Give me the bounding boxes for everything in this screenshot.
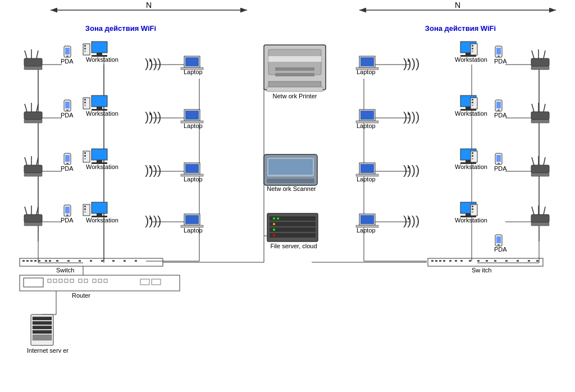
right-laptop-4-label: Laptop bbox=[357, 227, 376, 234]
svg-rect-151 bbox=[24, 58, 42, 66]
svg-rect-177 bbox=[267, 87, 323, 92]
right-pda-3-label: PDA bbox=[494, 165, 507, 172]
svg-rect-50 bbox=[140, 279, 149, 285]
svg-rect-26 bbox=[34, 260, 36, 262]
svg-line-157 bbox=[25, 104, 27, 112]
svg-rect-185 bbox=[270, 227, 316, 232]
svg-rect-203 bbox=[472, 99, 473, 101]
svg-rect-160 bbox=[24, 120, 42, 123]
svg-rect-75 bbox=[428, 258, 543, 266]
svg-line-167 bbox=[25, 207, 27, 215]
left-workstation-3-label: Workstation bbox=[86, 163, 118, 170]
svg-rect-28 bbox=[45, 260, 47, 262]
svg-rect-180 bbox=[268, 159, 313, 175]
right-laptop-1-label: Laptop bbox=[357, 69, 376, 75]
svg-rect-76 bbox=[431, 260, 433, 262]
svg-line-263 bbox=[532, 157, 534, 165]
svg-rect-91 bbox=[92, 42, 107, 53]
svg-line-162 bbox=[25, 157, 27, 165]
right-laptop-2-label: Laptop bbox=[357, 122, 376, 129]
svg-text:)))): )))) bbox=[145, 163, 161, 177]
svg-point-188 bbox=[277, 217, 279, 220]
svg-rect-210 bbox=[472, 152, 473, 154]
svg-rect-181 bbox=[267, 179, 314, 183]
right-switch-label: Sw itch bbox=[472, 267, 491, 274]
svg-rect-42 bbox=[59, 279, 62, 282]
svg-line-154 bbox=[36, 51, 38, 58]
svg-rect-161 bbox=[24, 165, 42, 173]
svg-rect-46 bbox=[84, 279, 88, 282]
router-label: Router bbox=[72, 292, 90, 299]
svg-point-137 bbox=[149, 166, 152, 168]
svg-rect-27 bbox=[38, 260, 40, 262]
right-workstation-1-label: Workstation bbox=[455, 56, 487, 63]
svg-line-260 bbox=[544, 104, 545, 112]
svg-rect-277 bbox=[33, 335, 52, 340]
svg-rect-209 bbox=[471, 151, 477, 162]
svg-rect-34 bbox=[101, 260, 103, 262]
svg-rect-216 bbox=[471, 204, 477, 216]
left-pda-2-label: PDA bbox=[61, 112, 74, 118]
svg-rect-111 bbox=[84, 158, 86, 159]
svg-rect-45 bbox=[79, 279, 82, 282]
svg-rect-218 bbox=[472, 208, 473, 210]
left-laptop-4-label: Laptop bbox=[184, 227, 203, 234]
svg-rect-89 bbox=[528, 260, 530, 262]
svg-rect-198 bbox=[472, 51, 473, 52]
svg-rect-149 bbox=[185, 215, 199, 224]
svg-rect-83 bbox=[469, 260, 471, 262]
svg-rect-115 bbox=[83, 204, 90, 216]
svg-point-138 bbox=[149, 217, 152, 220]
svg-rect-211 bbox=[472, 155, 473, 157]
svg-text:N: N bbox=[146, 1, 152, 10]
right-workstation-4-label: Workstation bbox=[455, 217, 487, 224]
svg-rect-108 bbox=[83, 151, 90, 162]
left-pda-4-label: PDA bbox=[61, 217, 74, 224]
svg-rect-22 bbox=[20, 258, 163, 266]
svg-rect-266 bbox=[531, 173, 549, 176]
svg-rect-51 bbox=[152, 279, 161, 285]
svg-rect-205 bbox=[472, 104, 473, 106]
svg-rect-101 bbox=[83, 98, 90, 109]
svg-rect-256 bbox=[531, 66, 549, 70]
svg-rect-36 bbox=[124, 260, 126, 262]
svg-line-152 bbox=[25, 51, 27, 58]
svg-rect-43 bbox=[65, 279, 68, 282]
svg-rect-156 bbox=[24, 112, 42, 120]
svg-rect-250 bbox=[360, 215, 374, 224]
svg-rect-112 bbox=[92, 202, 107, 213]
svg-rect-195 bbox=[471, 44, 477, 55]
svg-rect-104 bbox=[84, 104, 86, 106]
svg-text:)))): )))) bbox=[145, 213, 161, 227]
svg-rect-155 bbox=[24, 66, 42, 70]
svg-rect-106 bbox=[97, 160, 102, 162]
svg-rect-186 bbox=[270, 233, 316, 238]
svg-rect-120 bbox=[65, 48, 70, 54]
svg-rect-49 bbox=[104, 279, 107, 282]
svg-rect-23 bbox=[22, 260, 25, 262]
svg-rect-98 bbox=[92, 95, 107, 107]
svg-line-255 bbox=[544, 51, 545, 58]
svg-rect-175 bbox=[275, 67, 314, 71]
left-zone-label: Зона действия WiFi bbox=[65, 24, 177, 33]
svg-rect-85 bbox=[486, 260, 488, 262]
svg-rect-204 bbox=[472, 102, 473, 103]
right-pda-2-label: PDA bbox=[494, 112, 507, 118]
svg-rect-197 bbox=[472, 48, 473, 49]
left-laptop-3-label: Laptop bbox=[184, 176, 203, 183]
right-pda-4-label: PDA bbox=[494, 246, 507, 253]
svg-point-189 bbox=[273, 223, 275, 225]
svg-rect-86 bbox=[494, 260, 496, 262]
right-workstation-2-label: Workstation bbox=[455, 110, 487, 117]
svg-rect-267 bbox=[531, 215, 549, 222]
svg-rect-94 bbox=[83, 44, 90, 55]
svg-rect-173 bbox=[268, 56, 321, 62]
svg-rect-231 bbox=[498, 244, 500, 245]
svg-rect-109 bbox=[84, 152, 86, 154]
svg-rect-117 bbox=[84, 208, 86, 210]
svg-rect-35 bbox=[112, 260, 115, 262]
network-diagram: N N bbox=[0, 0, 575, 392]
svg-rect-38 bbox=[20, 275, 180, 291]
svg-rect-166 bbox=[24, 215, 42, 222]
svg-rect-41 bbox=[53, 279, 57, 282]
